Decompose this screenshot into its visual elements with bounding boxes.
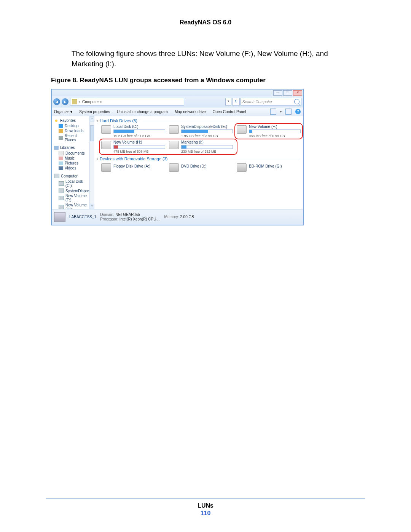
tree-item-drive[interactable]: New Volume (H:) [52,203,89,209]
computer-icon [54,174,59,178]
drive-item[interactable]: New Volume (F:) 988 MB free of 0.99 GB [237,125,301,138]
forward-button[interactable]: ► [62,98,68,105]
organize-menu[interactable]: Organize ▾ [54,110,72,114]
tree-item-drive[interactable]: Local Disk (C:) [52,179,89,188]
group-hdd[interactable]: ▿Hard Disk Drives (5) [97,118,301,124]
search-input[interactable]: Search Computer [241,98,301,105]
tree-item-videos[interactable]: Videos [52,166,89,171]
figure-caption: Figure 8. ReadyNAS LUN groups accessed f… [51,77,365,84]
tree-libraries[interactable]: Libraries [52,145,89,150]
hdd-icon [59,189,64,193]
footer-rule [46,498,365,498]
breadcrumb-label: Computer [82,100,99,104]
drive-item[interactable]: Floppy Disk Drive (A:) [101,163,165,172]
desktop-icon [59,124,63,128]
libraries-icon [54,146,59,150]
tree-item-desktop[interactable]: Desktop [52,123,89,128]
hdd-icon [101,125,111,134]
preview-pane-button[interactable] [285,109,292,115]
view-options-button[interactable] [270,109,276,115]
tree-item-music[interactable]: Music [52,156,89,161]
back-button[interactable]: ◄ [53,98,60,105]
tree-item-pictures[interactable]: Pictures [52,161,89,166]
search-placeholder: Search Computer [242,100,272,104]
documents-icon [59,151,64,155]
videos-icon [59,166,63,170]
maximize-button[interactable]: ☐ [283,90,292,96]
scroll-up-button[interactable]: ▴ [90,116,94,121]
details-pane: LABACCESS_1 Domain: NETGEAR.lab Processo… [52,209,303,225]
breadcrumb-bar[interactable]: ▸ Computer ▸ [70,98,184,105]
minimize-button[interactable]: — [273,90,282,96]
scroll-track[interactable] [90,121,94,204]
capacity-bar [113,145,165,149]
downloads-icon [59,129,63,133]
music-icon [59,157,63,160]
explorer-window: — ☐ ✕ ◄ ► ▸ Computer ▸ ▾ ↻ Search Comput… [51,89,304,225]
hdd-icon [59,196,64,200]
footer-title: LUNs [0,502,411,509]
drive-item[interactable]: SystemDisposableDisk (E:) 1.95 GB free o… [169,125,233,138]
close-button[interactable]: ✕ [293,90,302,96]
document-page: ReadyNAS OS 6.0 The following figure sho… [0,0,411,532]
computer-name: LABACCESS_1 [69,215,96,219]
group-removable[interactable]: ▿Devices with Removable Storage (3) [97,156,301,162]
tree-item-drive[interactable]: New Volume (F:) [52,193,89,203]
tree-item-recent[interactable]: Recent Places [52,133,89,142]
address-bar-row: ◄ ► ▸ Computer ▸ ▾ ↻ Search Computer [52,96,303,107]
navigation-tree: Favorites Desktop Downloads Recent Place… [52,116,89,209]
toolbar-item[interactable]: Map network drive [175,110,206,114]
tree-item-drive[interactable]: SystemDisposabl [52,188,89,193]
drive-item[interactable]: DVD Drive (D:) [169,163,233,172]
capacity-bar [249,129,301,133]
breadcrumb-sep: ▸ [100,100,102,104]
refresh-button[interactable]: ↻ [232,98,240,105]
capacity-bar [181,145,233,149]
hdd-icon [169,141,179,149]
collapse-icon: ▿ [97,119,98,123]
hdd-icon [59,181,64,186]
scroll-thumb[interactable] [90,125,94,141]
capacity-bar [181,129,233,133]
computer-large-icon [54,212,65,222]
hdd-icon [101,141,111,149]
content-pane: ▿Hard Disk Drives (5) Local Disk (C:) 19… [94,116,303,209]
doc-header: ReadyNAS OS 6.0 [46,19,365,26]
tree-item-documents[interactable]: Documents [52,150,89,156]
hdd-icon [59,205,64,209]
capacity-bar [113,129,165,133]
view-options-dropdown[interactable]: ▾ [280,110,282,113]
hdd-icon [237,125,247,134]
floppy-icon [101,163,111,172]
collapse-icon: ▿ [97,157,98,161]
scroll-down-button[interactable]: ▾ [90,204,94,209]
recent-icon [59,136,63,140]
computer-icon [72,99,77,104]
toolbar-item[interactable]: System properties [79,110,110,114]
tree-scrollbar[interactable]: ▴ ▾ [89,116,94,209]
page-number: 110 [0,510,411,517]
drive-item[interactable]: BD-ROM Drive (G:) [237,163,301,172]
pictures-icon [59,161,63,165]
bdrom-icon [237,163,247,172]
toolbar-item[interactable]: Uninstall or change a program [117,110,168,114]
tree-computer[interactable]: Computer [52,173,89,179]
tree-favorites[interactable]: Favorites [52,118,89,123]
tree-item-downloads[interactable]: Downloads [52,128,89,133]
toolbar-item[interactable]: Open Control Panel [213,110,246,114]
search-icon [294,99,299,104]
breadcrumb-sep: ▸ [79,100,81,104]
star-icon [54,119,59,123]
address-history-button[interactable]: ▾ [225,98,231,105]
drive-item[interactable]: Marketing (I:) 230 MB free of 252 MB [169,140,233,153]
drive-item[interactable]: New Volume (H:) 478 MB free of 508 MB [101,140,165,153]
dvd-icon [169,163,179,172]
drive-item[interactable]: Local Disk (C:) 19.2 GB free of 31.8 GB [101,125,165,138]
help-button[interactable]: ? [295,109,301,114]
page-footer: LUNs 110 [0,498,411,517]
explorer-body: Favorites Desktop Downloads Recent Place… [52,116,303,209]
hdd-icon [169,125,179,134]
window-titlebar: — ☐ ✕ [52,89,303,96]
intro-paragraph: The following figure shows three LUNs: N… [72,49,339,69]
explorer-toolbar: Organize ▾ System properties Uninstall o… [52,107,303,116]
